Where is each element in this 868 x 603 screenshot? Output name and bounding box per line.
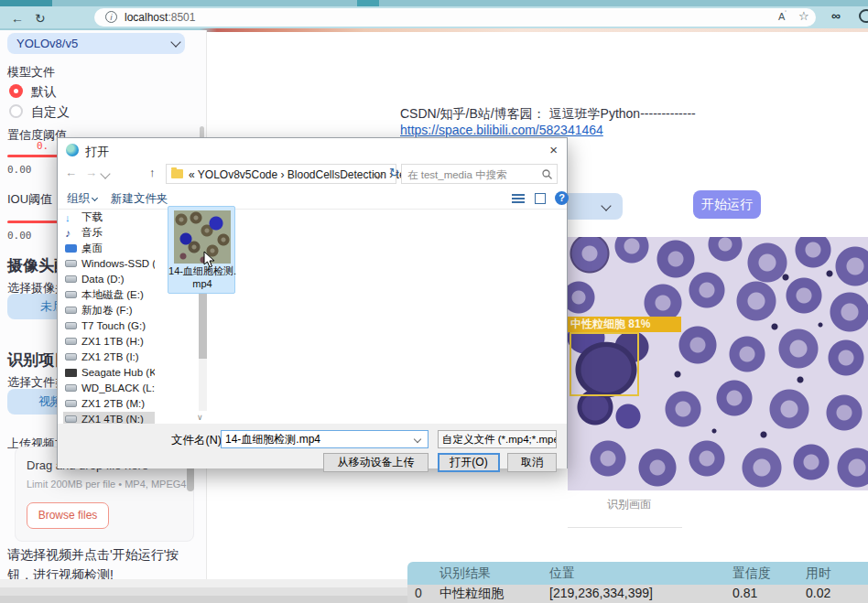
tree-item[interactable]: Seagate Hub (K:) (63, 365, 155, 381)
tree-item[interactable]: 新加卷 (F:) (63, 303, 155, 318)
dialog-search-box[interactable]: 在 test_media 中搜索 (401, 164, 558, 184)
search-placeholder: 在 test_media 中搜索 (407, 168, 507, 182)
upload-from-mobile-button[interactable]: 从移动设备上传 (323, 453, 429, 472)
channels-text: CSDN/知乎/B站/博客园： 逗逗班学Python------------- (400, 106, 696, 121)
drive-icon (65, 415, 77, 423)
new-folder-button[interactable]: 新建文件夹 (111, 191, 168, 207)
dialog-address-row: ← → ↑ « YOLOv8v5Code › BloodCellsDetecti… (58, 162, 567, 187)
confidence-value: 0. (37, 140, 49, 152)
tree-item-label: 新加卷 (F:) (81, 305, 133, 316)
help-icon[interactable]: ? (555, 191, 569, 205)
preview-pane-icon[interactable] (535, 193, 546, 204)
drive-icon (65, 353, 77, 361)
tree-item[interactable]: Windows-SSD (C:) (63, 256, 155, 272)
bilibili-link[interactable]: https://space.bilibili.com/582341464 (400, 123, 603, 137)
browse-files-button[interactable]: Browse files (27, 502, 109, 529)
file-thumbnail-image (174, 210, 231, 264)
tree-item[interactable]: Data (D:) (63, 272, 155, 287)
list-view-icon[interactable] (512, 194, 525, 203)
tree-item[interactable]: ↓下载 (63, 210, 155, 225)
table-cell: 0.02 (806, 586, 830, 600)
dialog-forward-icon[interactable]: → (85, 166, 97, 179)
dialog-back-icon[interactable]: ← (65, 166, 77, 179)
tree-item[interactable]: WD_BLACK (L:) (63, 381, 155, 396)
tree-item-label: 桌面 (81, 242, 103, 253)
radio-custom-label[interactable]: 自定义 (31, 104, 70, 121)
tree-item-label: Seagate Hub (K:) (81, 367, 155, 378)
browser-back-icon[interactable]: ← (11, 9, 24, 27)
start-run-button[interactable]: 开始运行 (693, 190, 761, 219)
cancel-button[interactable]: 取消 (507, 453, 557, 472)
tree-item-label: 本地磁盘 (E:) (81, 289, 144, 300)
drive-icon (65, 291, 77, 298)
favorite-star-icon[interactable]: ☆ (798, 9, 809, 23)
dropzone-limit: Limit 200MB per file • MP4, MPEG4 (27, 479, 190, 490)
tree-item[interactable]: ZX1 1TB (H:) (63, 334, 155, 350)
tree-item[interactable]: 桌面 (63, 241, 155, 256)
table-row: 0中性粒细胞[219,236,334,399]0.810.02 (407, 585, 868, 603)
iou-min-label: 0.00 (7, 230, 32, 242)
desktop-icon (65, 244, 77, 253)
table-header-cell: 识别结果 (439, 565, 491, 582)
dialog-bottom-bar: 文件名(N): 14-血细胞检测.mp4 自定义文件 (*.mp4;*.mpeg… (58, 424, 567, 468)
radio-default-label[interactable]: 默认 (31, 84, 57, 101)
chevron-down-icon (601, 200, 611, 210)
tree-item[interactable]: ZX1 2TB (I:) (63, 350, 155, 365)
address-refresh-icon[interactable]: ↻ (389, 166, 399, 179)
breadcrumb-bar[interactable]: « YOLOv8v5Code › BloodCellsDetection › t… (166, 164, 396, 184)
organize-menu[interactable]: 组织 (67, 191, 97, 207)
download-icon: ↓ (65, 210, 77, 221)
model-version-select[interactable]: YOLOv8/v5 (7, 33, 185, 54)
tree-item-label: T7 Touch (G:) (81, 320, 146, 331)
read-aloud-icon[interactable]: Aʻ (778, 10, 787, 22)
dialog-app-icon (66, 144, 79, 156)
tree-scrollbar-thumb[interactable] (199, 289, 207, 359)
close-icon[interactable]: × (549, 142, 558, 157)
file-item-selected[interactable]: 14-血细胞检测.mp4 (168, 206, 235, 294)
url-text[interactable]: localhost:8501 (125, 11, 195, 24)
dialog-up-icon[interactable]: ↑ (149, 166, 156, 179)
folder-icon (171, 169, 183, 178)
nav-history-chevron-icon[interactable] (100, 168, 110, 178)
tree-item[interactable]: ♪音乐 (63, 225, 155, 241)
browser-tab-fragment[interactable] (357, 0, 379, 6)
tree-scroll-down-icon[interactable]: ∨ (197, 413, 203, 422)
dialog-tree: ↓下载♪音乐桌面Windows-SSD (C:)Data (D:)本地磁盘 (E… (63, 210, 155, 424)
tree-item-label: ZX1 4TB (N:) (81, 414, 144, 424)
tree-item[interactable]: 本地磁盘 (E:) (63, 287, 155, 303)
dialog-title: 打开 (85, 144, 109, 160)
tree-item-label: ZX1 2TB (I:) (81, 351, 139, 362)
filename-input[interactable]: 14-血细胞检测.mp4 (221, 430, 429, 448)
browser-refresh-icon[interactable]: ↻ (35, 9, 46, 27)
drive-icon (65, 384, 77, 392)
channels-line: CSDN/知乎/B站/博客园： 逗逗班学Python-------------h… (400, 106, 868, 137)
tree-item[interactable]: T7 Touch (G:) (63, 318, 155, 334)
tree-item-label: 音乐 (81, 227, 103, 238)
open-button[interactable]: 打开(O) (438, 453, 500, 472)
site-info-icon[interactable]: i (105, 11, 117, 23)
drive-icon (65, 338, 77, 345)
table-header-cell: 用时 (806, 565, 831, 582)
infinity-extension-icon[interactable]: ∞ (831, 8, 841, 23)
radio-custom[interactable] (9, 104, 23, 118)
address-bar[interactable] (94, 8, 816, 27)
tree-item-label: 下载 (81, 211, 103, 222)
divider (568, 527, 682, 528)
chevron-down-icon (170, 37, 180, 47)
browser-tab-active[interactable] (0, 0, 52, 6)
radio-default[interactable] (9, 84, 23, 98)
drive-icon (65, 260, 77, 267)
tree-item-label: Windows-SSD (C:) (81, 258, 155, 269)
table-cell: 中性粒细胞 (439, 586, 504, 602)
tree-item[interactable]: ZX1 2TB (M:) (63, 396, 155, 412)
search-icon (542, 169, 552, 179)
browser-profile-icon[interactable] (859, 9, 868, 23)
tree-item[interactable]: ZX1 4TB (N:) (63, 412, 155, 424)
browser-tab-strip (0, 0, 868, 6)
music-icon: ♪ (65, 226, 77, 236)
filetype-select[interactable]: 自定义文件 (*.mp4;*.mpeg4) (438, 430, 557, 448)
drive-icon (65, 275, 77, 283)
dialog-titlebar[interactable]: 打开 × (58, 138, 567, 162)
table-header-cell: 位置 (549, 565, 575, 582)
detection-bounding-box (570, 332, 639, 396)
